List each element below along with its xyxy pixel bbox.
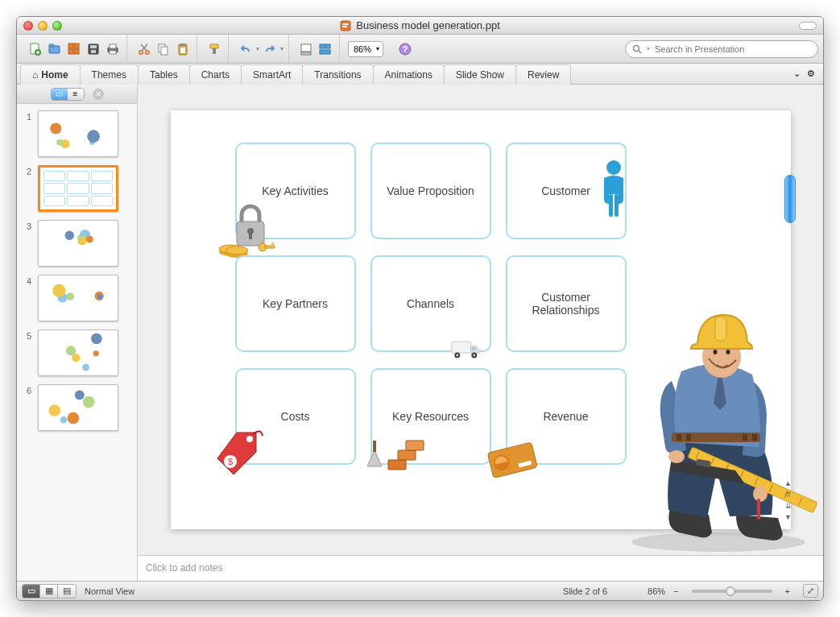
save-button[interactable] — [85, 40, 102, 58]
svg-rect-26 — [301, 44, 311, 52]
toolbar: ▾ ▾ 86%▾ ? ▾ — [17, 35, 823, 64]
tab-slideshow[interactable]: Slide Show — [444, 64, 516, 85]
svg-rect-9 — [68, 49, 73, 54]
svg-rect-24 — [210, 44, 218, 48]
svg-point-52 — [91, 333, 102, 345]
fit-to-window-button[interactable]: ⤢ — [803, 584, 818, 598]
tab-themes[interactable]: Themes — [80, 64, 139, 85]
slide-thumbnail-1[interactable] — [38, 110, 118, 157]
svg-point-62 — [226, 246, 248, 255]
slide-layout-button[interactable] — [317, 40, 334, 58]
slide-thumbnail-6[interactable] — [38, 384, 118, 431]
svg-point-54 — [60, 416, 67, 423]
undo-button[interactable] — [237, 40, 254, 58]
cell-key-resources[interactable]: Key Resources — [370, 368, 491, 465]
slide-panel: ▭ ≡ ✕ 123456 — [17, 85, 138, 581]
svg-rect-73 — [472, 347, 475, 350]
help-button[interactable]: ? — [396, 40, 414, 58]
zoom-slider[interactable] — [692, 590, 772, 593]
cell-label: Key Partners — [263, 297, 328, 310]
thumb-number: 4 — [22, 275, 31, 286]
slide-thumbnail-5[interactable] — [38, 329, 118, 376]
slide-counter: Slide 2 of 6 — [563, 586, 607, 596]
cut-button[interactable] — [135, 40, 153, 58]
slide-thumbnail-3[interactable] — [38, 220, 118, 267]
cell-revenue[interactable]: Revenue — [506, 368, 627, 465]
svg-rect-10 — [74, 49, 79, 54]
cell-label: Customer — [541, 184, 590, 197]
app-window: Business model generation.ppt ▾ ▾ — [16, 16, 824, 601]
notes-pane[interactable]: Click to add notes — [138, 555, 823, 581]
zoom-out-button[interactable]: − — [673, 586, 678, 596]
slide[interactable]: Key Activities Value Proposition — [171, 110, 791, 529]
tab-charts[interactable]: Charts — [189, 64, 242, 85]
slide-thumbnail-2[interactable] — [38, 165, 118, 212]
titlebar-pill-icon[interactable] — [799, 22, 817, 30]
presenter-view-button[interactable]: ▤ — [58, 585, 76, 598]
print-button[interactable] — [104, 40, 122, 58]
open-button[interactable] — [46, 40, 64, 58]
truck-icon — [449, 339, 483, 360]
slide-canvas[interactable]: Key Activities Value Proposition — [138, 85, 823, 555]
vertical-scrollbar[interactable] — [784, 175, 796, 223]
panel-view-switch[interactable]: ▭ ≡ — [51, 88, 85, 101]
cell-value-proposition[interactable]: Value Proposition — [370, 143, 491, 239]
tab-transitions[interactable]: Transitions — [302, 64, 373, 85]
outline-view-icon[interactable]: ≡ — [68, 89, 84, 100]
cell-costs[interactable]: Costs $ — [235, 368, 356, 465]
tab-home[interactable]: ⌂Home — [20, 64, 81, 85]
close-window-button[interactable] — [23, 21, 33, 31]
cell-key-activities[interactable]: Key Activities — [235, 143, 356, 239]
minimize-window-button[interactable] — [38, 21, 48, 31]
svg-rect-29 — [325, 44, 330, 48]
ribbon-tabs: ⌂Home Themes Tables Charts SmartArt Tran… — [17, 64, 823, 85]
next-section-button[interactable]: ⇊ — [783, 502, 794, 511]
svg-rect-28 — [320, 44, 325, 48]
new-slide-button[interactable] — [297, 40, 315, 58]
ppt-file-icon — [340, 20, 351, 31]
paste-button[interactable] — [174, 40, 192, 58]
svg-rect-109 — [743, 434, 747, 441]
tab-tables[interactable]: Tables — [138, 64, 190, 85]
format-painter-button[interactable] — [205, 40, 223, 58]
next-slide-button[interactable]: ▼ — [783, 513, 794, 523]
normal-view-button[interactable]: ▭ — [23, 585, 40, 598]
svg-point-43 — [77, 235, 82, 240]
zoom-dropdown[interactable]: 86%▾ — [348, 41, 383, 57]
copy-button[interactable] — [155, 40, 172, 58]
svg-point-90 — [713, 350, 717, 354]
gallery-button[interactable] — [65, 40, 83, 58]
svg-rect-83 — [406, 441, 424, 450]
svg-point-55 — [48, 404, 60, 416]
close-panel-button[interactable]: ✕ — [93, 89, 104, 100]
search-field[interactable]: ▾ — [625, 40, 818, 58]
sorter-view-button[interactable]: ▦ — [40, 585, 58, 598]
gear-icon[interactable]: ⚙ — [807, 68, 815, 79]
window-title: Business model generation.ppt — [17, 19, 823, 31]
redo-button[interactable] — [261, 40, 279, 58]
cell-key-partners[interactable]: Key Partners — [235, 255, 356, 352]
cell-customer-relationships[interactable]: Customer Relationships — [506, 255, 627, 352]
search-icon — [632, 44, 642, 54]
prev-section-button[interactable]: ⇈ — [783, 491, 794, 500]
thumb-number: 6 — [22, 384, 31, 395]
zoom-label: 86% — [648, 586, 665, 596]
tab-smartart[interactable]: SmartArt — [241, 64, 303, 85]
cell-customer[interactable]: Customer — [506, 143, 627, 239]
cell-label: Costs — [281, 410, 310, 423]
new-doc-button[interactable] — [27, 40, 44, 58]
slide-thumbnail-4[interactable] — [38, 275, 118, 321]
thumb-number: 2 — [22, 165, 31, 176]
cell-channels[interactable]: Channels — [370, 255, 491, 352]
zoom-window-button[interactable] — [52, 21, 62, 31]
prev-slide-button[interactable]: ▲ — [783, 479, 794, 489]
cell-label: Customer Relationships — [512, 291, 620, 317]
tab-animations[interactable]: Animations — [373, 64, 445, 85]
zoom-in-button[interactable]: + — [785, 586, 790, 596]
thumbnails-view-icon[interactable]: ▭ — [52, 89, 68, 100]
chevron-down-icon[interactable]: ⌄ — [793, 68, 801, 79]
svg-rect-110 — [752, 434, 757, 441]
svg-point-48 — [66, 292, 74, 300]
svg-rect-12 — [90, 45, 97, 48]
tab-review[interactable]: Review — [515, 64, 571, 85]
